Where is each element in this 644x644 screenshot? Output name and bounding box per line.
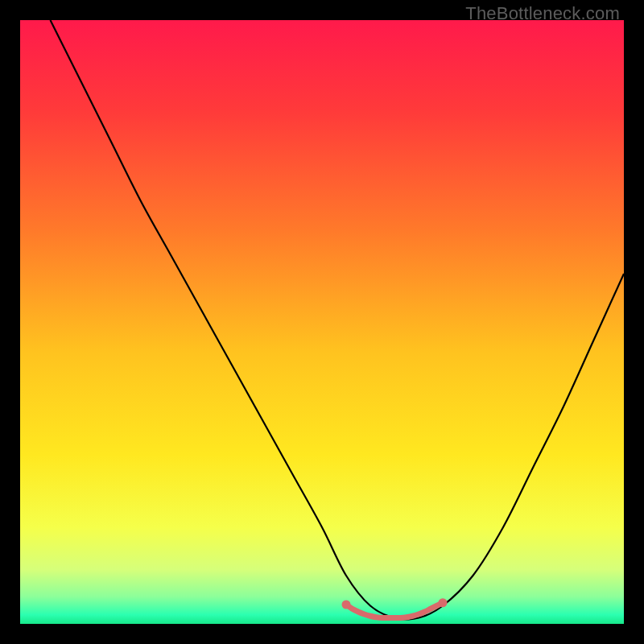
optimal-range-marker [346, 603, 443, 618]
chart-plot [20, 20, 624, 624]
watermark-text: TheBottleneck.com [465, 3, 620, 24]
bottleneck-curve [51, 20, 625, 619]
chart-frame [20, 20, 624, 624]
svg-point-1 [342, 601, 351, 609]
svg-point-2 [439, 598, 448, 607]
